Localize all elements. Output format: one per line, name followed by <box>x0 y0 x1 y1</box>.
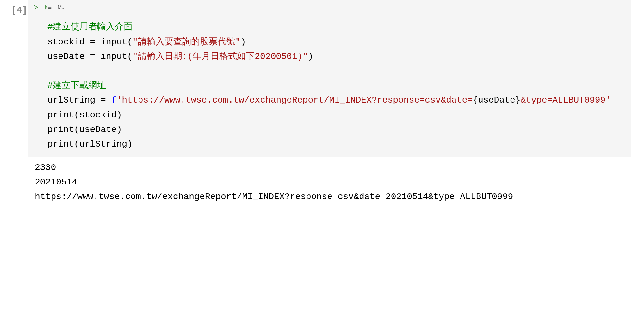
code-editor[interactable]: #建立使用者輸入介面stockid = input("請輸入要查詢的股票代號")… <box>28 14 631 157</box>
code-paren: ) <box>308 52 313 61</box>
cell-output: 2330 20210514 https://www.twse.com.tw/ex… <box>28 157 631 208</box>
code-paren: ) <box>240 37 246 47</box>
prompt-area: [4] <box>0 0 28 208</box>
code-op: = <box>95 95 111 105</box>
code-fprefix: f <box>111 95 117 105</box>
code-url: &type=ALLBUT0999 <box>521 95 606 105</box>
execution-count: [4] <box>6 3 27 18</box>
code-var: stockid <box>47 37 85 47</box>
code-op: = <box>85 52 101 61</box>
code-builtin: input <box>101 52 127 61</box>
code-quote: ' <box>116 95 122 105</box>
code-interpolation: {useDate} <box>473 95 520 105</box>
code-var: urlString <box>47 95 95 105</box>
code-url: https://www.twse.com.tw/exchangeReport/M… <box>122 95 473 105</box>
code-comment: #建立使用者輸入介面 <box>47 22 133 32</box>
output-line: 2330 <box>35 163 56 172</box>
code-paren: ( <box>127 37 133 47</box>
output-line: https://www.twse.com.tw/exchangeReport/M… <box>35 192 513 202</box>
code-var: useDate <box>47 52 85 61</box>
cell-content: M↓ #建立使用者輸入介面stockid = input("請輸入要查詢的股票代… <box>28 0 644 208</box>
code-quote: ' <box>605 95 611 105</box>
code-stmt: print(urlString) <box>47 139 133 149</box>
code-string: "請輸入要查詢的股票代號" <box>133 37 241 47</box>
output-line: 20210514 <box>35 177 77 187</box>
cell-toolbar: M↓ <box>28 0 631 14</box>
run-cell-icon[interactable] <box>32 4 39 11</box>
notebook-cell: [4] M↓ #建立使用者輸入介面stockid = input("請輸入要查詢… <box>0 0 644 208</box>
run-by-line-icon[interactable] <box>45 4 52 11</box>
code-paren: ( <box>127 52 133 61</box>
code-stmt: print(useDate) <box>47 125 122 134</box>
code-comment: #建立下載網址 <box>47 81 106 90</box>
code-op: = <box>85 37 101 47</box>
code-builtin: input <box>101 37 127 47</box>
markdown-toggle[interactable]: M↓ <box>58 3 64 11</box>
code-string: "請輸入日期:(年月日格式如下20200501)" <box>133 52 308 61</box>
code-stmt: print(stockid) <box>47 110 122 120</box>
